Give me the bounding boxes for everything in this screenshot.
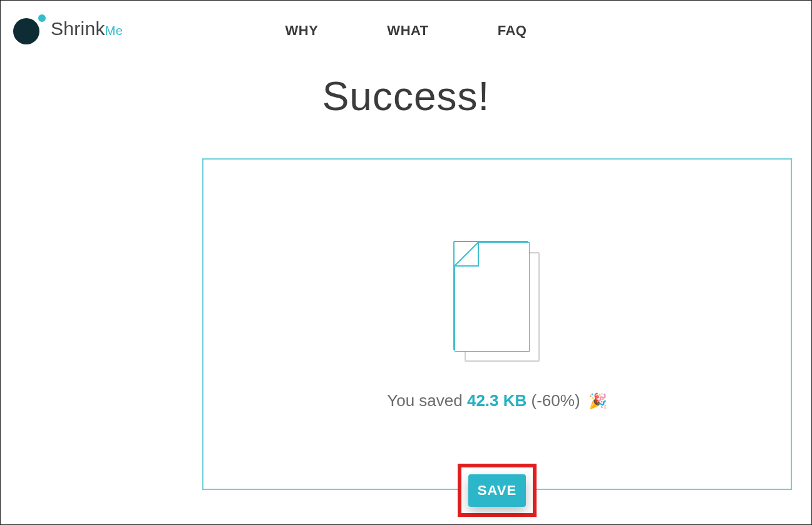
page-title: Success! bbox=[1, 73, 811, 120]
brand-me: Me bbox=[105, 24, 123, 38]
save-button[interactable]: SAVE bbox=[468, 474, 526, 507]
result-panel: You saved 42.3 KB (-60%) 🎉 SAVE bbox=[202, 158, 792, 490]
savings-text: You saved 42.3 KB (-60%) 🎉 bbox=[203, 391, 791, 410]
savings-percent: (-60%) bbox=[527, 391, 584, 410]
top-nav: WHY WHAT FAQ bbox=[285, 23, 527, 39]
nav-why[interactable]: WHY bbox=[285, 23, 319, 39]
nav-what[interactable]: WHAT bbox=[387, 23, 428, 39]
brand-shrink: Shrink bbox=[51, 18, 105, 39]
party-popper-icon: 🎉 bbox=[588, 392, 607, 409]
nav-faq[interactable]: FAQ bbox=[498, 23, 527, 39]
savings-prefix: You saved bbox=[387, 391, 467, 410]
save-button-highlight: SAVE bbox=[458, 464, 537, 517]
brand-name: ShrinkMe bbox=[51, 18, 123, 39]
savings-amount: 42.3 KB bbox=[467, 391, 527, 410]
document-stack-icon bbox=[453, 241, 541, 366]
logo-icon bbox=[13, 14, 42, 43]
document-front-svg bbox=[455, 242, 530, 352]
